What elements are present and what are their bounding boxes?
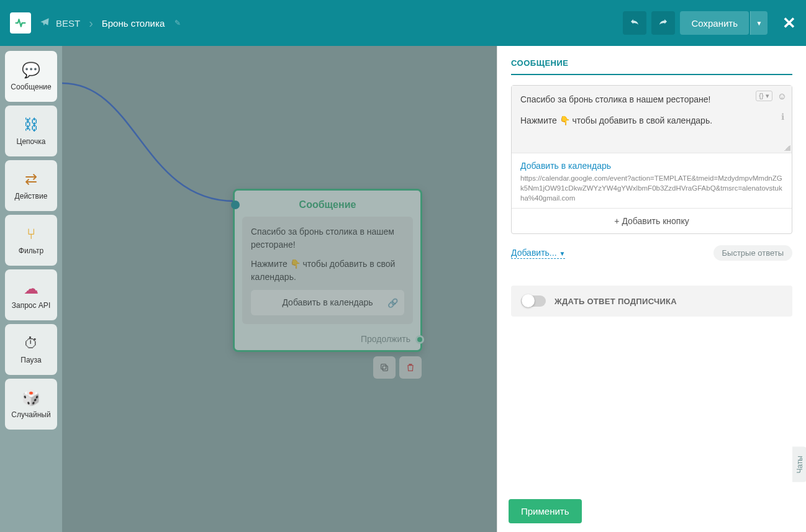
point-down-emoji: 👇	[559, 115, 570, 125]
breadcrumb-chevron-icon: ›	[89, 16, 93, 30]
link-icon: 🔗	[387, 296, 398, 309]
node-text-line: Нажмите 👇 чтобы добавить в свой календар…	[251, 258, 404, 284]
pause-icon: ⏱	[24, 335, 38, 352]
tool-chain[interactable]: ⛓Цепочка	[5, 106, 57, 156]
tool-label: Сообщение	[11, 83, 51, 91]
chevron-down-icon: ▼	[756, 20, 763, 27]
button-config[interactable]: Добавить в календарь https://calendar.go…	[512, 153, 792, 208]
save-dropdown-button[interactable]: ▼	[750, 11, 768, 35]
info-icon[interactable]: ℹ	[781, 112, 784, 122]
copy-icon	[379, 363, 389, 372]
wait-response-toggle[interactable]	[521, 295, 546, 307]
action-icon: ⇄	[25, 171, 37, 188]
wait-response-card: ЖДАТЬ ОТВЕТ ПОДПИСЧИКА	[511, 286, 792, 317]
node-continue-label: Продолжить	[235, 330, 420, 350]
svg-rect-0	[383, 366, 387, 371]
api-icon: ☁	[24, 280, 38, 297]
pulse-icon	[14, 17, 27, 29]
app-header: BEST › Бронь столика ✎ Сохранить ▼ ✕	[0, 0, 806, 46]
message-node[interactable]: Сообщение Спасибо за бронь столика в наш…	[233, 189, 422, 352]
undo-icon	[629, 17, 640, 29]
trash-icon	[405, 363, 415, 372]
close-button[interactable]: ✕	[782, 14, 796, 33]
breadcrumb: BEST › Бронь столика ✎	[40, 16, 181, 30]
node-title: Сообщение	[235, 191, 420, 217]
tool-filter[interactable]: ⑂Фильтр	[5, 215, 57, 266]
edit-flow-name-icon[interactable]: ✎	[174, 19, 181, 27]
random-icon: 🎲	[22, 389, 40, 407]
apply-bar: Применить	[504, 494, 587, 528]
app-logo[interactable]	[10, 12, 31, 34]
bot-name[interactable]: BEST	[56, 18, 80, 29]
message-textarea[interactable]: Спасибо за бронь столика в нашем рестора…	[512, 86, 792, 153]
node-input-port[interactable]	[231, 201, 240, 209]
tool-message[interactable]: 💬Сообщение	[5, 51, 57, 102]
properties-panel: СООБЩЕНИЕ Спасибо за бронь столика в наш…	[497, 46, 806, 532]
tool-api[interactable]: ☁Запрос API	[5, 269, 57, 320]
node-text-line: Спасибо за бронь столика в нашем рестора…	[251, 225, 404, 251]
wait-response-label: ЖДАТЬ ОТВЕТ ПОДПИСЧИКА	[555, 297, 677, 306]
apply-button[interactable]: Применить	[509, 499, 582, 523]
tool-label: Пауза	[20, 356, 41, 364]
tool-label: Фильтр	[19, 246, 43, 255]
message-icon: 💬	[22, 61, 40, 79]
tool-label: Случайный	[11, 410, 50, 419]
tool-label: Запрос API	[12, 301, 50, 310]
message-editor: Спасибо за бронь столика в нашем рестора…	[511, 85, 792, 234]
tool-label: Цепочка	[17, 137, 46, 146]
telegram-icon	[40, 17, 50, 29]
flow-name[interactable]: Бронь столика	[102, 18, 165, 29]
panel-title: СООБЩЕНИЕ	[511, 58, 792, 75]
add-element-dropdown[interactable]: Добавить... ▼	[511, 248, 565, 259]
tool-random[interactable]: 🎲Случайный	[5, 379, 57, 430]
redo-button[interactable]	[651, 11, 675, 35]
node-output-port[interactable]	[415, 335, 424, 344]
node-button-label: Добавить в календарь	[282, 296, 373, 309]
button-title: Добавить в календарь	[520, 161, 783, 171]
flow-canvas[interactable]: Сообщение Спасибо за бронь столика в наш…	[62, 46, 497, 532]
tool-label: Действие	[15, 192, 48, 201]
tool-palette: 💬Сообщение⛓Цепочка⇄Действие⑂Фильтр☁Запро…	[0, 46, 62, 532]
chain-icon: ⛓	[24, 116, 38, 133]
button-url: https://calendar.google.com/event?action…	[520, 173, 783, 203]
svg-rect-1	[381, 364, 386, 369]
undo-button[interactable]	[623, 11, 646, 35]
redo-icon	[658, 17, 669, 29]
duplicate-node-button[interactable]	[373, 356, 396, 379]
resize-handle[interactable]	[784, 145, 790, 151]
save-button[interactable]: Сохранить	[680, 11, 749, 35]
filter-icon: ⑂	[27, 225, 35, 243]
node-body: Спасибо за бронь столика в нашем рестора…	[242, 217, 413, 324]
delete-node-button[interactable]	[399, 356, 422, 379]
chats-tab[interactable]: Чаты	[792, 447, 806, 482]
insert-variable-button[interactable]: {} ▾	[756, 91, 772, 101]
add-button[interactable]: + Добавить кнопку	[512, 208, 792, 233]
node-button[interactable]: Добавить в календарь 🔗	[251, 290, 404, 315]
tool-action[interactable]: ⇄Действие	[5, 160, 57, 211]
tool-pause[interactable]: ⏱Пауза	[5, 324, 57, 375]
chevron-down-icon: ▼	[559, 250, 565, 257]
emoji-picker-button[interactable]: ☺	[777, 91, 787, 101]
quick-replies-button[interactable]: Быстрые ответы	[713, 245, 793, 261]
point-down-emoji: 👇	[290, 259, 301, 269]
